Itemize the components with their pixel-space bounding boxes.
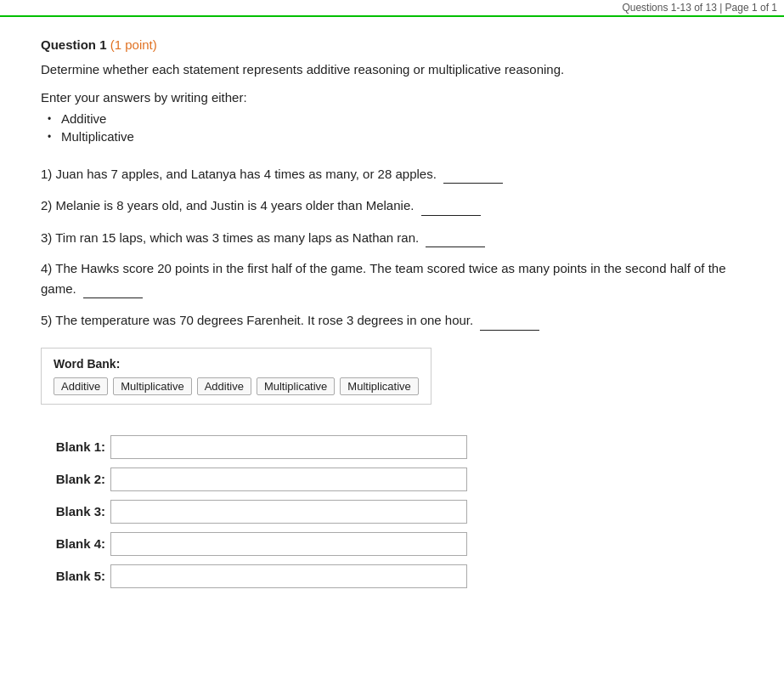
problem-4-text: 4) The Hawks score 20 points in the firs… xyxy=(41,261,726,296)
blank-1-label: Blank 1: xyxy=(41,439,105,454)
pagination-text: Questions 1-13 of 13 | Page 1 of 1 xyxy=(622,2,777,14)
problem-5-blank xyxy=(480,310,539,331)
instruction-text: Determine whether each statement represe… xyxy=(41,60,743,80)
blank-4-input[interactable] xyxy=(110,532,467,556)
word-bank-tag-4[interactable]: Multiplicative xyxy=(257,377,335,395)
enter-label: Enter your answers by writing either: xyxy=(41,90,743,105)
word-bank-tags: Additive Multiplicative Additive Multipl… xyxy=(54,377,419,395)
problem-1: 1) Juan has 7 apples, and Latanya has 4 … xyxy=(41,164,743,184)
question-header: Question 1 (1 point) xyxy=(41,37,743,52)
problems-section: 1) Juan has 7 apples, and Latanya has 4 … xyxy=(41,164,743,331)
word-bank-label: Word Bank: xyxy=(54,357,419,371)
problem-2-text: 2) Melanie is 8 years old, and Justin is… xyxy=(41,198,414,212)
bullet-list: Additive Multiplicative xyxy=(61,111,743,144)
problem-3: 3) Tim ran 15 laps, which was 3 times as… xyxy=(41,228,743,248)
blank-row-4: Blank 4: xyxy=(41,532,743,556)
question-points: (1 point) xyxy=(110,37,157,52)
problem-2: 2) Melanie is 8 years old, and Justin is… xyxy=(41,196,743,216)
word-bank-tag-5[interactable]: Multiplicative xyxy=(340,377,418,395)
blank-2-label: Blank 2: xyxy=(41,472,105,486)
problem-1-text: 1) Juan has 7 apples, and Latanya has 4 … xyxy=(41,167,437,181)
blank-1-input[interactable] xyxy=(110,435,467,459)
problem-5: 5) The temperature was 70 degrees Farenh… xyxy=(41,310,743,331)
blank-2-input[interactable] xyxy=(110,468,467,491)
blank-3-label: Blank 3: xyxy=(41,504,105,518)
blank-row-2: Blank 2: xyxy=(41,468,743,491)
word-bank-tag-2[interactable]: Multiplicative xyxy=(113,377,191,395)
word-bank-tag-3[interactable]: Additive xyxy=(197,377,251,395)
problem-5-text: 5) The temperature was 70 degrees Farenh… xyxy=(41,313,473,327)
word-bank-tag-1[interactable]: Additive xyxy=(54,377,108,395)
blank-5-label: Blank 5: xyxy=(41,569,105,583)
bullet-multiplicative: Multiplicative xyxy=(61,129,743,144)
blank-row-1: Blank 1: xyxy=(41,435,743,459)
top-bar: Questions 1-13 of 13 | Page 1 of 1 xyxy=(0,0,784,17)
blank-5-input[interactable] xyxy=(110,564,467,588)
blank-row-3: Blank 3: xyxy=(41,500,743,524)
blanks-section: Blank 1: Blank 2: Blank 3: Blank 4: Blan… xyxy=(41,435,743,588)
problem-3-text: 3) Tim ran 15 laps, which was 3 times as… xyxy=(41,230,419,245)
blank-3-input[interactable] xyxy=(110,500,467,524)
question-number: Question 1 xyxy=(41,37,107,52)
problem-4: 4) The Hawks score 20 points in the firs… xyxy=(41,259,743,298)
word-bank-section: Word Bank: Additive Multiplicative Addit… xyxy=(41,348,431,405)
bullet-additive: Additive xyxy=(61,111,743,126)
problem-1-blank xyxy=(443,164,503,184)
problem-3-blank xyxy=(426,228,485,248)
blank-4-label: Blank 4: xyxy=(41,536,105,551)
problem-2-blank xyxy=(421,196,481,216)
main-content: Question 1 (1 point) Determine whether e… xyxy=(0,17,784,624)
blank-row-5: Blank 5: xyxy=(41,564,743,588)
problem-4-blank xyxy=(83,279,143,299)
